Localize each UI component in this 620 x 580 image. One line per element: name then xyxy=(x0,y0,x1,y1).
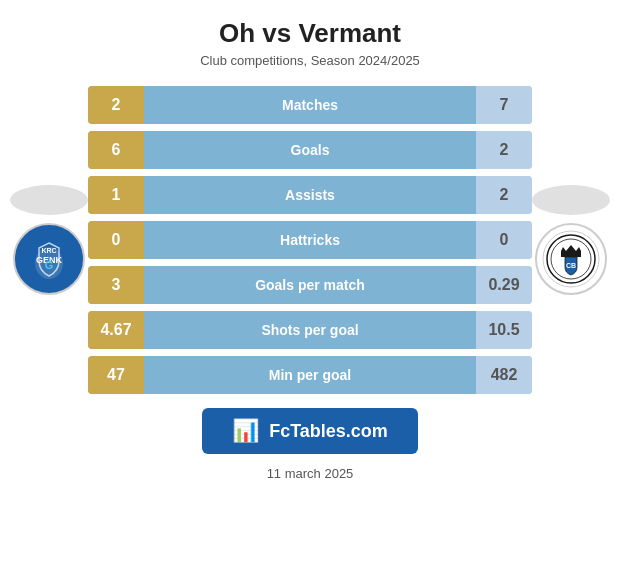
stat-label: Assists xyxy=(144,176,476,214)
brugge-logo: CB xyxy=(535,223,607,295)
logo-right: CB xyxy=(532,185,610,295)
fctables-banner: 📊 FcTables.com xyxy=(202,408,418,454)
stat-value-left: 2 xyxy=(88,86,144,124)
stat-row: 1Assists2 xyxy=(88,176,532,214)
stat-value-right: 0.29 xyxy=(476,266,532,304)
stat-value-right: 2 xyxy=(476,176,532,214)
stat-label: Min per goal xyxy=(144,356,476,394)
stat-value-left: 0 xyxy=(88,221,144,259)
svg-text:CB: CB xyxy=(566,262,576,269)
genk-logo: KRC GENK G xyxy=(13,223,85,295)
stats-section: 2Matches76Goals21Assists20Hattricks03Goa… xyxy=(88,86,532,394)
stat-value-left: 4.67 xyxy=(88,311,144,349)
svg-text:G: G xyxy=(45,259,54,271)
stat-label: Hattricks xyxy=(144,221,476,259)
stat-value-right: 2 xyxy=(476,131,532,169)
svg-text:KRC: KRC xyxy=(41,247,56,254)
stat-label: Goals per match xyxy=(144,266,476,304)
stat-value-left: 47 xyxy=(88,356,144,394)
stat-value-left: 6 xyxy=(88,131,144,169)
stat-value-left: 3 xyxy=(88,266,144,304)
stat-row: 0Hattricks0 xyxy=(88,221,532,259)
fctables-icon: 📊 xyxy=(232,418,259,444)
stat-row: 6Goals2 xyxy=(88,131,532,169)
stat-label: Goals xyxy=(144,131,476,169)
stat-row: 3Goals per match0.29 xyxy=(88,266,532,304)
stat-label: Shots per goal xyxy=(144,311,476,349)
date-footer: 11 march 2025 xyxy=(267,466,354,481)
logo-left: KRC GENK G xyxy=(10,185,88,295)
stat-value-left: 1 xyxy=(88,176,144,214)
match-subtitle: Club competitions, Season 2024/2025 xyxy=(200,53,420,68)
stat-value-right: 10.5 xyxy=(476,311,532,349)
stat-value-right: 482 xyxy=(476,356,532,394)
stat-row: 4.67Shots per goal10.5 xyxy=(88,311,532,349)
match-title: Oh vs Vermant xyxy=(219,18,401,49)
stat-value-right: 7 xyxy=(476,86,532,124)
stat-label: Matches xyxy=(144,86,476,124)
stat-value-right: 0 xyxy=(476,221,532,259)
logo-shadow-left xyxy=(10,185,88,215)
logo-shadow-right xyxy=(532,185,610,215)
stat-row: 2Matches7 xyxy=(88,86,532,124)
stat-row: 47Min per goal482 xyxy=(88,356,532,394)
fctables-text: FcTables.com xyxy=(269,421,388,442)
